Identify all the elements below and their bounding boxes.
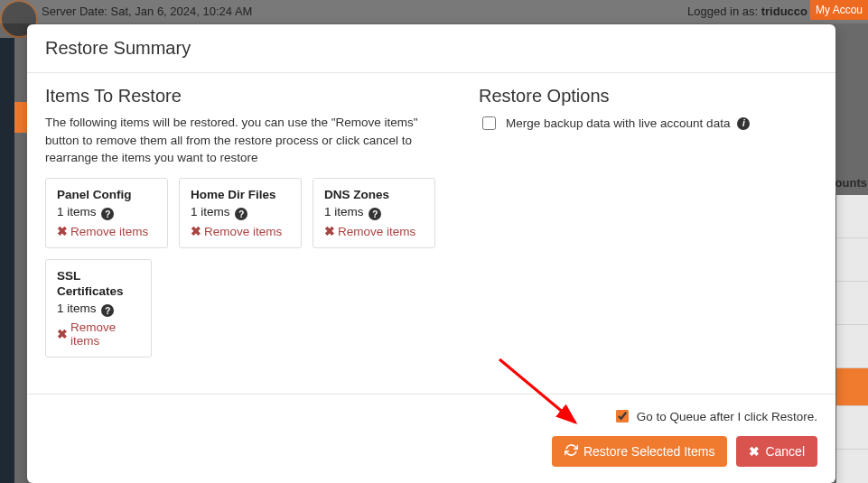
bk-row — [836, 325, 868, 368]
options-section-title: Restore Options — [479, 86, 817, 107]
queue-checkbox[interactable] — [616, 410, 629, 423]
item-title: Home Dir Files — [191, 188, 290, 203]
bk-row — [836, 238, 868, 282]
item-card-ssl-certificates: SSL Certificates 1 items ? ✖ Remove item… — [45, 259, 152, 358]
item-title: Panel Config — [57, 188, 156, 203]
remove-label: Remove items — [204, 225, 282, 238]
item-count-text: 1 items — [57, 302, 97, 315]
bk-column-header: ounts — [835, 176, 867, 190]
help-icon[interactable]: ? — [101, 304, 114, 317]
info-icon[interactable]: i — [737, 117, 750, 130]
item-count: 1 items ? — [324, 205, 424, 221]
item-card-dns-zones: DNS Zones 1 items ? ✖ Remove items — [313, 178, 435, 248]
remove-label: Remove items — [338, 225, 415, 238]
bk-active-nav — [14, 102, 27, 133]
close-icon: ✖ — [57, 224, 68, 238]
topbar: Server Date: Sat, Jan 6, 2024, 10:24 AM … — [0, 0, 868, 23]
item-card-home-dir: Home Dir Files 1 items ? ✖ Remove items — [179, 178, 302, 248]
remove-items-link[interactable]: ✖ Remove items — [57, 224, 148, 238]
remove-label: Remove items — [70, 225, 148, 238]
queue-label: Go to Queue after I click Restore. — [637, 410, 817, 423]
bk-row-highlight — [836, 368, 868, 406]
remove-items-link[interactable]: ✖ Remove items — [191, 224, 282, 238]
help-icon[interactable]: ? — [235, 208, 247, 220]
close-icon: ✖ — [324, 224, 335, 238]
items-section-desc: The following items will be restored. yo… — [45, 114, 452, 167]
close-icon: ✖ — [191, 224, 201, 238]
help-icon[interactable]: ? — [369, 208, 381, 220]
logged-in-as: Logged in as: triducco | — [687, 5, 814, 18]
footer-buttons: Restore Selected Items ✖ Cancel — [552, 436, 817, 467]
bk-row — [836, 195, 868, 238]
modal-body: Items To Restore The following items wil… — [27, 73, 835, 394]
close-icon: ✖ — [57, 327, 68, 341]
item-count: 1 items ? — [191, 205, 290, 221]
item-title: DNS Zones — [324, 188, 424, 203]
close-icon: ✖ — [749, 444, 760, 459]
restore-selected-button[interactable]: Restore Selected Items — [552, 436, 728, 467]
merge-label: Merge backup data with live account data — [506, 116, 730, 130]
item-count: 1 items ? — [57, 205, 156, 221]
modal-title: Restore Summary — [45, 38, 817, 59]
item-count-text: 1 items — [191, 205, 230, 218]
item-count-text: 1 items — [324, 205, 364, 218]
restore-button-label: Restore Selected Items — [583, 444, 715, 459]
bk-row — [836, 406, 868, 450]
bk-row — [836, 450, 868, 483]
restore-options-section: Restore Options Merge backup data with l… — [479, 86, 817, 394]
items-to-restore-section: Items To Restore The following items wil… — [45, 86, 452, 394]
modal-footer: Go to Queue after I click Restore. Resto… — [27, 394, 835, 483]
logged-in-user: triducco — [761, 5, 807, 18]
remove-label: Remove items — [70, 320, 140, 348]
help-icon[interactable]: ? — [101, 208, 114, 220]
items-section-title: Items To Restore — [45, 86, 452, 107]
cancel-button[interactable]: ✖ Cancel — [736, 436, 817, 467]
bk-rightcol — [836, 195, 868, 483]
cancel-button-label: Cancel — [765, 444, 805, 459]
item-count: 1 items ? — [57, 302, 140, 318]
modal-header: Restore Summary — [27, 24, 835, 73]
queue-option-row[interactable]: Go to Queue after I click Restore. — [612, 407, 817, 425]
server-date: Server Date: Sat, Jan 6, 2024, 10:24 AM — [42, 5, 252, 18]
item-count-text: 1 items — [57, 205, 97, 218]
bk-row — [836, 282, 868, 325]
item-card-panel-config: Panel Config 1 items ? ✖ Remove items — [45, 178, 168, 248]
remove-items-link[interactable]: ✖ Remove items — [57, 320, 140, 348]
bk-sidebar — [0, 38, 14, 483]
my-account-button[interactable]: My Accou — [810, 0, 868, 20]
items-grid: Panel Config 1 items ? ✖ Remove items Ho… — [45, 178, 452, 358]
logged-in-prefix: Logged in as: — [687, 5, 761, 18]
merge-option-row[interactable]: Merge backup data with live account data… — [479, 114, 817, 133]
restore-summary-modal: Restore Summary Items To Restore The fol… — [27, 24, 835, 483]
refresh-icon — [565, 443, 578, 460]
remove-items-link[interactable]: ✖ Remove items — [324, 224, 415, 238]
item-title: SSL Certificates — [57, 269, 140, 300]
merge-checkbox[interactable] — [482, 116, 496, 130]
